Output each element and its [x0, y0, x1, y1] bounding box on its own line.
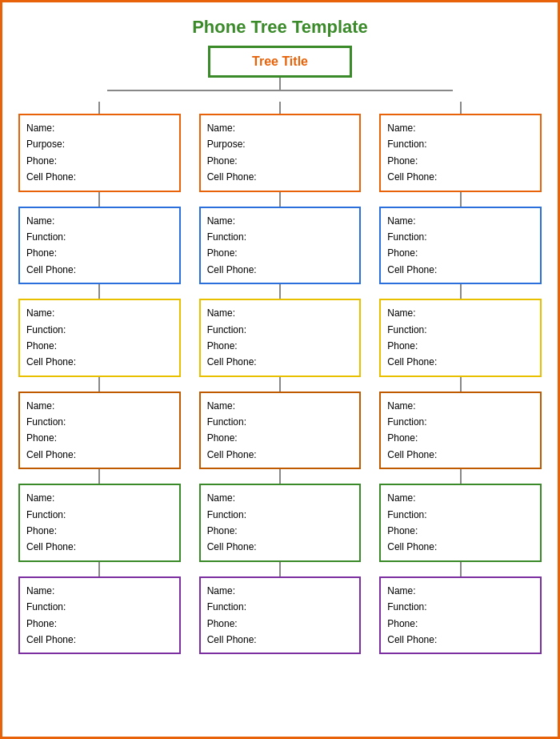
tree-container: Tree Title Name: Purpose: Phone: Cell Ph…	[2, 46, 558, 670]
col3-connector-4	[460, 469, 462, 484]
col1-connector-5	[98, 562, 100, 576]
col2-card-6: Name: Function: Phone: Cell Phone:	[199, 576, 362, 655]
col1-card-6: Name: Function: Phone: Cell Phone:	[18, 576, 181, 655]
col2-top-connector	[279, 102, 281, 114]
col3-card-4: Name: Function: Phone: Cell Phone:	[379, 392, 542, 470]
col1-card-3: Name: Function: Phone: Cell Phone:	[18, 299, 181, 377]
column-3: Name: Function: Phone: Cell Phone: Name:…	[379, 102, 542, 654]
column-2: Name: Purpose: Phone: Cell Phone: Name: …	[199, 102, 362, 654]
col1-connector-2	[98, 284, 100, 299]
col1-card-1: Name: Purpose: Phone: Cell Phone:	[18, 114, 181, 192]
col1-card-4: Name: Function: Phone: Cell Phone:	[18, 392, 181, 470]
col1-connector-3	[98, 377, 100, 392]
col2-connector-2	[279, 284, 281, 299]
col3-connector-3	[460, 377, 462, 392]
col1-connector-4	[98, 469, 100, 484]
col3-connector-5	[460, 562, 462, 576]
col2-connector-4	[279, 469, 281, 484]
col2-connector-1	[279, 192, 281, 207]
col2-card-5: Name: Function: Phone: Cell Phone:	[199, 484, 362, 562]
column-1: Name: Purpose: Phone: Cell Phone: Name: …	[18, 102, 181, 654]
col3-top-connector	[460, 102, 462, 114]
col1-card-5: Name: Function: Phone: Cell Phone:	[18, 484, 181, 562]
col3-card-3: Name: Function: Phone: Cell Phone:	[379, 299, 542, 377]
col3-card-6: Name: Function: Phone: Cell Phone:	[379, 576, 542, 655]
root-node: Tree Title	[208, 46, 352, 78]
col3-card-5: Name: Function: Phone: Cell Phone:	[379, 484, 542, 562]
col3-card-1: Name: Function: Phone: Cell Phone:	[379, 114, 542, 192]
col3-connector-1	[460, 192, 462, 207]
col2-connector-5	[279, 562, 281, 576]
col1-top-connector	[98, 102, 100, 114]
page-title: Phone Tree Template	[2, 2, 558, 46]
col2-card-4: Name: Function: Phone: Cell Phone:	[199, 392, 362, 470]
col3-card-2: Name: Function: Phone: Cell Phone:	[379, 207, 542, 285]
columns-container: Name: Purpose: Phone: Cell Phone: Name: …	[18, 102, 542, 654]
col2-card-2: Name: Function: Phone: Cell Phone:	[199, 207, 362, 285]
col3-connector-2	[460, 284, 462, 299]
branch-connector	[18, 78, 542, 102]
col2-connector-3	[279, 377, 281, 392]
page-wrapper: Phone Tree Template Tree Title Name: Pur…	[2, 2, 558, 670]
col2-card-3: Name: Function: Phone: Cell Phone:	[199, 299, 362, 377]
col1-card-2: Name: Function: Phone: Cell Phone:	[18, 207, 181, 285]
col2-card-1: Name: Purpose: Phone: Cell Phone:	[199, 114, 362, 192]
col1-connector-1	[98, 192, 100, 207]
